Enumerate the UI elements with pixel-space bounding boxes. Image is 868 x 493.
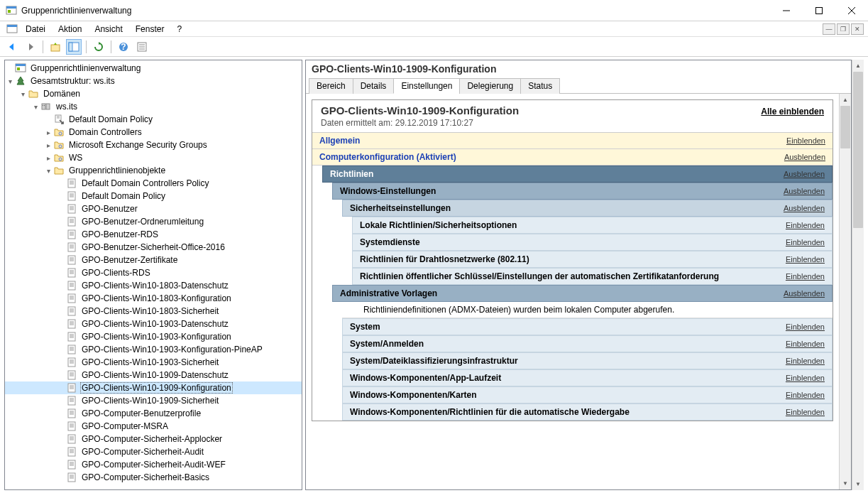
section-sicherheitseinstellungen[interactable]: Sicherheitseinstellungen Ausblenden xyxy=(342,200,833,217)
tree-root[interactable]: Gruppenrichtlinienverwaltung xyxy=(5,62,302,75)
tree-gpo-item[interactable]: GPO-Clients-Win10-1903-Konfiguration-Pin… xyxy=(5,343,302,356)
tree-link-ddp[interactable]: Default Domain Policy xyxy=(5,113,302,126)
row-drahtlos[interactable]: Richtlinien für Drahtlosnetzwerke (802.1… xyxy=(352,251,833,268)
outer-vertical-scrollbar[interactable]: ▲ ▼ xyxy=(852,60,864,490)
toggle-link[interactable]: Einblenden xyxy=(786,374,825,382)
tree-gpo-item[interactable]: GPO-Computer-Sicherheit-Audit xyxy=(5,445,302,458)
tree-gpo-item[interactable]: GPO-Computer-MSRA xyxy=(5,420,302,433)
tree-gpo-item[interactable]: GPO-Computer-Sicherheit-Basics xyxy=(5,471,302,484)
tree-gpo-item[interactable]: GPO-Clients-Win10-1909-Datenschutz xyxy=(5,369,302,381)
menu-datei[interactable]: Datei xyxy=(20,23,51,36)
back-button[interactable] xyxy=(4,39,20,55)
tree-domain[interactable]: ▾ws.its xyxy=(5,100,302,113)
row-system[interactable]: System Einblenden xyxy=(342,318,833,335)
row-dateiklass[interactable]: System/Dateiklassifizierungsinfrastruktu… xyxy=(342,352,833,369)
refresh-button[interactable] xyxy=(91,39,106,55)
mdi-restore-button[interactable]: ❐ xyxy=(837,23,850,35)
row-schluessel[interactable]: Richtlinien öffentlicher Schlüssel/Einst… xyxy=(352,268,833,285)
tree-pane[interactable]: Gruppenrichtlinienverwaltung▾Gesamtstruk… xyxy=(4,60,302,490)
expando-icon[interactable]: ▸ xyxy=(43,140,53,150)
expando-icon[interactable]: ▾ xyxy=(43,166,53,175)
toggle-link[interactable]: Einblenden xyxy=(786,408,825,416)
toggle-link[interactable]: Einblenden xyxy=(786,391,825,399)
toggle-link[interactable]: Einblenden xyxy=(786,238,825,246)
scroll-up-button[interactable]: ▲ xyxy=(840,94,851,106)
toggle-link[interactable]: Einblenden xyxy=(786,221,825,229)
tree-gpo-item[interactable]: GPO-Clients-Win10-1903-Sicherheit xyxy=(5,356,302,369)
toggle-link[interactable]: Einblenden xyxy=(786,136,825,145)
tree-gpo-item[interactable]: GPO-Benutzer-Zertifikate xyxy=(5,254,302,266)
tree-ou-ws[interactable]: ▸WS xyxy=(5,151,302,164)
show-hide-tree-button[interactable] xyxy=(66,39,82,55)
mdi-minimize-button[interactable]: — xyxy=(823,23,835,35)
scroll-thumb[interactable] xyxy=(853,72,863,228)
tree-gpo-item[interactable]: Default Domain Policy xyxy=(5,190,302,202)
toggle-link[interactable]: Ausblenden xyxy=(784,204,825,212)
row-anmelden[interactable]: System/Anmelden Einblenden xyxy=(342,335,833,352)
expando-icon[interactable]: ▸ xyxy=(43,153,53,163)
properties-button[interactable] xyxy=(134,39,150,55)
toggle-link[interactable]: Ausblenden xyxy=(784,170,825,178)
tree-gpo-item[interactable]: GPO-Computer-Sicherheit-Applocker xyxy=(5,433,302,445)
toggle-link[interactable]: Einblenden xyxy=(786,340,825,348)
expando-icon[interactable]: ▸ xyxy=(43,127,53,137)
menu-help[interactable]: ? xyxy=(171,23,187,36)
tree-gpo-item[interactable]: GPO-Clients-RDS xyxy=(5,266,302,279)
tree-gpo-item[interactable]: GPO-Computer-Benutzerprofile xyxy=(5,407,302,420)
tree-gpo-item[interactable]: GPO-Clients-Win10-1903-Datenschutz xyxy=(5,318,302,330)
expando-icon[interactable]: ▾ xyxy=(5,76,15,86)
tree-ou-dc[interactable]: ▸Domain Controllers xyxy=(5,126,302,139)
mdi-close-button[interactable]: ✕ xyxy=(851,23,864,35)
toggle-link[interactable]: Einblenden xyxy=(786,357,825,365)
up-button[interactable] xyxy=(48,39,63,55)
tree-gpo-item[interactable]: GPO-Clients-Win10-1803-Datenschutz xyxy=(5,279,302,292)
tree-gpo-item[interactable]: GPO-Benutzer-RDS xyxy=(5,228,302,241)
tab-bereich[interactable]: Bereich xyxy=(309,78,353,94)
tree-gpo-item[interactable]: Default Domain Controllers Policy xyxy=(5,177,302,190)
menu-ansicht[interactable]: Ansicht xyxy=(89,23,128,36)
tree-gpo-item[interactable]: GPO-Clients-Win10-1803-Konfiguration xyxy=(5,292,302,305)
expando-icon[interactable]: ▾ xyxy=(31,102,40,112)
scroll-up-button[interactable]: ▲ xyxy=(852,60,864,72)
close-button[interactable] xyxy=(835,0,868,21)
toggle-link[interactable]: Ausblenden xyxy=(784,187,825,195)
toggle-link[interactable]: Einblenden xyxy=(786,323,825,331)
section-admin-vorlagen[interactable]: Administrative Vorlagen Ausblenden xyxy=(332,285,833,302)
tab-einstellungen[interactable]: Einstellungen xyxy=(393,78,460,94)
tree-gpo-item[interactable]: GPO-Clients-Win10-1909-Sicherheit xyxy=(5,394,302,407)
toggle-link[interactable]: Ausblenden xyxy=(784,153,825,161)
section-windows-einstellungen[interactable]: Windows-Einstellungen Ausblenden xyxy=(332,183,833,200)
scroll-down-button[interactable]: ▼ xyxy=(852,478,864,490)
tree-gpo-container[interactable]: ▾Gruppenrichtlinienobjekte xyxy=(5,164,302,177)
section-computerconf[interactable]: Computerkonfiguration (Aktiviert) Ausble… xyxy=(312,149,833,166)
toggle-link[interactable]: Einblenden xyxy=(786,255,825,264)
row-systemdienste[interactable]: Systemdienste Einblenden xyxy=(352,234,833,251)
row-lokale-richtlinien[interactable]: Lokale Richtlinien/Sicherheitsoptionen E… xyxy=(352,217,833,234)
expando-icon[interactable]: ▾ xyxy=(18,89,28,99)
tree-gpo-item[interactable]: GPO-Clients-Win10-1909-Konfiguration xyxy=(5,381,302,394)
row-app-laufzeit[interactable]: Windows-Komponenten/App-Laufzeit Einblen… xyxy=(342,369,833,386)
menu-aktion[interactable]: Aktion xyxy=(53,23,87,36)
tree-ou-mesg[interactable]: ▸Microsoft Exchange Security Groups xyxy=(5,139,302,151)
menu-fenster[interactable]: Fenster xyxy=(130,23,170,36)
tree-gpo-item[interactable]: GPO-Benutzer-Ordnerumleitung xyxy=(5,215,302,228)
minimize-button[interactable] xyxy=(770,0,803,21)
section-allgemein[interactable]: Allgemein Einblenden xyxy=(312,133,833,149)
tab-details[interactable]: Details xyxy=(353,78,395,94)
tree-forest[interactable]: ▾Gesamtstruktur: ws.its xyxy=(5,75,302,87)
forward-button[interactable] xyxy=(23,39,38,55)
tab-delegierung[interactable]: Delegierung xyxy=(459,78,521,94)
tree-domains[interactable]: ▾Domänen xyxy=(5,87,302,100)
tree-gpo-item[interactable]: GPO-Computer-Sicherheit-Audit-WEF xyxy=(5,458,302,471)
tab-status[interactable]: Status xyxy=(520,78,560,94)
help-button[interactable]: ? xyxy=(116,39,131,55)
tree-gpo-item[interactable]: GPO-Benutzer-Sicherheit-Office-2016 xyxy=(5,241,302,254)
vertical-scrollbar[interactable]: ▲ ▼ xyxy=(839,94,851,489)
tree-gpo-item[interactable]: GPO-Clients-Win10-1903-Konfiguration xyxy=(5,330,302,343)
row-karten[interactable]: Windows-Komponenten/Karten Einblenden xyxy=(342,386,833,403)
maximize-button[interactable] xyxy=(803,0,835,21)
toggle-link[interactable]: Einblenden xyxy=(786,272,825,281)
toggle-link[interactable]: Ausblenden xyxy=(784,289,825,298)
row-wiedergabe[interactable]: Windows-Komponenten/Richtlinien für die … xyxy=(342,403,833,421)
scroll-thumb[interactable] xyxy=(840,106,850,148)
